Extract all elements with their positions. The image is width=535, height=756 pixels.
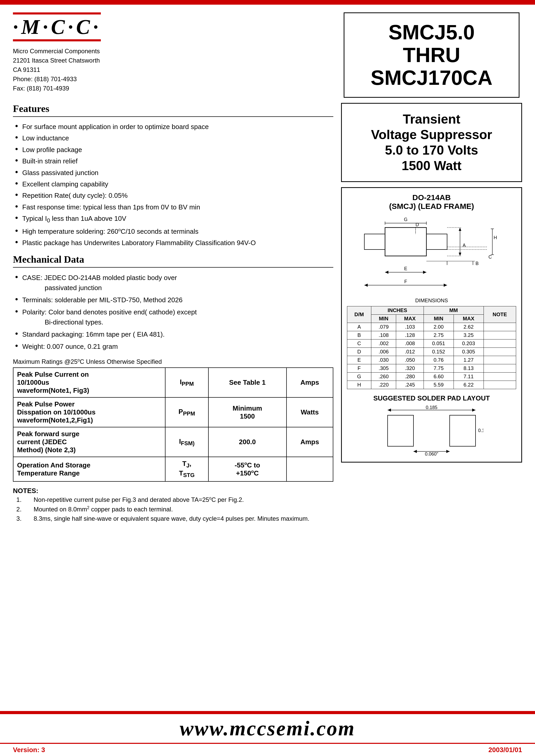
ratings-row-4: Operation And StorageTemperature Range T… [13, 457, 333, 481]
dim-table-cell: 5.59 [424, 381, 454, 389]
dim-table-cell [484, 331, 516, 340]
dim-table-cell: .030 [371, 356, 396, 364]
feature-item-4: Built-in strain relief [13, 155, 333, 167]
prod-line2: Voltage Suppressor [371, 127, 492, 142]
ratings-row-3: Peak forward surgecurrent (JEDECMethod) … [13, 427, 333, 457]
left-column: Features For surface mount application i… [13, 103, 333, 703]
dim-table-cell: .050 [396, 356, 424, 364]
feature-item-11: Plastic package has Underwrites Laborato… [13, 237, 333, 248]
dim-table-cell: 2.75 [424, 331, 454, 340]
page-wrapper: ·M·C·C· Micro Commercial Components 2120… [0, 0, 535, 756]
logo-red-line-bottom [13, 39, 101, 42]
dim-table-row: D.006.0120.1520.305 [347, 348, 516, 356]
dim-table-row: A.079.1032.002.62 [347, 323, 516, 331]
svg-text:0.121": 0.121" [478, 428, 483, 433]
header-right: SMCJ5.0THRUSMCJ170CA [341, 13, 522, 98]
ratings-unit-1: Amps [287, 368, 333, 397]
feature-item-1: For surface mount application in order t… [13, 121, 333, 132]
ratings-note: Maximum Ratings @25oC Unless Otherwise S… [13, 358, 333, 365]
company-phone: Phone: (818) 701-4933 [13, 74, 100, 84]
ratings-value-4: -55oC to+150oC [209, 457, 287, 481]
ratings-symbol-2: PPPM [165, 397, 208, 427]
company-city: CA 91311 [13, 65, 100, 74]
svg-marker-33 [444, 284, 447, 287]
dim-table-cell: .006 [371, 348, 396, 356]
ratings-value-2: Minimum1500 [209, 397, 287, 427]
solder-pad-title: SUGGESTED SOLDER PAD LAYOUT [347, 394, 516, 402]
dim-table-cell: 8.13 [454, 364, 484, 373]
dim-table-cell: G [347, 373, 371, 381]
solder-pad-svg: 0.185 0.121" 0.060" [380, 405, 483, 457]
dim-table-cell: .128 [396, 331, 424, 340]
dim-table-cell: 0.203 [454, 340, 484, 348]
dim-table-cell: 6.60 [424, 373, 454, 381]
dim-table-cell: .079 [371, 323, 396, 331]
dim-table-cell: 7.75 [424, 364, 454, 373]
dim-header-inches: INCHES [371, 306, 424, 315]
dim-table-cell: A [347, 323, 371, 331]
footer-version: Version: 3 [13, 746, 45, 754]
dim-table-row: B.108.1282.753.25 [347, 331, 516, 340]
footer-version-row: Version: 3 2003/01/01 [0, 744, 535, 756]
prod-line1: Transient [403, 112, 460, 126]
dim-table-row: E.030.0500.761.27 [347, 356, 516, 364]
dim-table-cell [484, 340, 516, 348]
dim-table-row: H.220.2455.596.22 [347, 381, 516, 389]
dim-table-cell: .103 [396, 323, 424, 331]
right-column: Transient Voltage Suppressor 5.0 to 170 … [341, 103, 522, 703]
footer-top-bar [0, 711, 535, 713]
ratings-param-2: Peak Pulse PowerDisspation on 10/1000usw… [13, 397, 165, 427]
ratings-value-1: See Table 1 [209, 368, 287, 397]
note-2: Mounted on 8.0mm2 copper pads to each te… [23, 504, 333, 514]
diagram-title2: (SMCJ) (LEAD FRAME) [389, 202, 474, 210]
dim-table-cell: .108 [371, 331, 396, 340]
mech-item-5: Weight: 0.007 ounce, 0.21 gram [13, 341, 333, 353]
dim-table-cell: 0.305 [454, 348, 484, 356]
dim-table-cell: 3.25 [454, 331, 484, 340]
dim-table-cell: H [347, 381, 371, 389]
mech-item-1: CASE: JEDEC DO-214AB molded plastic body… [13, 272, 333, 294]
dim-table-cell: 2.62 [454, 323, 484, 331]
feature-item-7: Repetition Rate( duty cycle): 0.05% [13, 190, 333, 201]
footer-date: 2003/01/01 [489, 746, 522, 754]
mech-item-2: Terminals: solderable per MIL-STD-750, M… [13, 294, 333, 306]
dim-table-cell: .320 [396, 364, 424, 373]
note-3: 8.3ms, single half sine-wave or equivale… [23, 514, 333, 523]
dim-table-cell: E [347, 356, 371, 364]
mech-item-3: Polarity: Color band denotes positive en… [13, 306, 333, 328]
footer-url: www.mccsemi.com [0, 717, 535, 740]
svg-text:C: C [489, 254, 492, 260]
svg-marker-38 [472, 408, 475, 412]
dim-table-cell: .220 [371, 381, 396, 389]
dimensions-table: D/M INCHES MM NOTE MIN MAX MIN MAX [347, 306, 516, 389]
dim-table-cell: .245 [396, 381, 424, 389]
logo-text: ·M·C·C· [13, 16, 101, 37]
feature-item-3: Low profile package [13, 144, 333, 155]
svg-text:G: G [404, 217, 408, 222]
dim-header-mm-max: MAX [454, 315, 484, 323]
company-address: 21201 Itasca Street Chatsworth [13, 56, 100, 65]
features-title: Features [13, 103, 333, 117]
company-fax: Fax: (818) 701-4939 [13, 84, 100, 93]
dim-table-row: C.002.0080.0510.203 [347, 340, 516, 348]
features-section: Features For surface mount application i… [13, 103, 333, 248]
dim-table-cell: 0.152 [424, 348, 454, 356]
feature-list: For surface mount application in order t… [13, 121, 333, 248]
dim-table-cell: F [347, 364, 371, 373]
dim-table-cell: .280 [396, 373, 424, 381]
ratings-table: Peak Pulse Current on10/1000uswaveform(N… [13, 367, 333, 481]
feature-item-9: Typical I0 less than 1uA above 10V [13, 213, 333, 226]
ratings-unit-2: Watts [287, 397, 333, 427]
ratings-row-2: Peak Pulse PowerDisspation on 10/1000usw… [13, 397, 333, 427]
dim-header-max: MAX [396, 315, 424, 323]
svg-text:F: F [405, 279, 407, 284]
diagram-title: DO-214AB (SMCJ) (LEAD FRAME) [347, 193, 516, 211]
svg-marker-18 [459, 253, 461, 256]
svg-rect-9 [364, 234, 385, 249]
ratings-value-3: 200.0 [209, 427, 287, 457]
svg-text:H: H [493, 235, 497, 240]
product-desc-title: Transient Voltage Suppressor 5.0 to 170 … [347, 111, 516, 174]
svg-marker-37 [388, 408, 391, 412]
dim-table-cell [484, 373, 516, 381]
svg-marker-29 [423, 271, 426, 274]
